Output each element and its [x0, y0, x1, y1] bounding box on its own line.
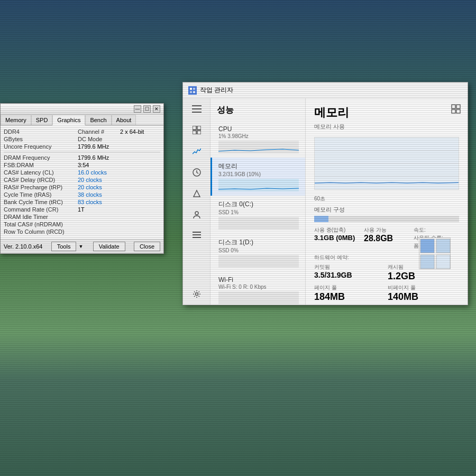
nav-item-memory[interactable]: 메모리 3.2/31.9GB (10%) — [210, 158, 305, 196]
nav-wifi-sub: Wi-Fi S: 0 R: 0 Kbps — [218, 284, 299, 290]
cpuz-dram-freq-value: 1799.6 MHz — [78, 154, 160, 161]
svg-rect-28 — [420, 255, 434, 269]
svg-point-17 — [195, 293, 198, 296]
svg-rect-20 — [452, 109, 455, 113]
svg-rect-3 — [193, 91, 195, 93]
cpuz-footer: Ver. 2.10.0.x64 Tools ▼ Validate Close — [1, 239, 163, 253]
maximize-button[interactable]: ☐ — [143, 105, 151, 113]
cpuz-row-type: DDR4 Channel # 2 x 64-bit — [4, 129, 160, 135]
taskman-detail-panel: 메모리 메모리 사용 60초 메모리 구성 — [306, 98, 468, 305]
cpuz-row-trcd: CAS# Delay (tRCD) 20 clocks — [4, 177, 160, 183]
tab-memory[interactable]: Memory — [1, 115, 31, 125]
stat-in-use: 사용 중(압축) 3.1GB (0MB) — [314, 226, 360, 250]
sidebar-icon-startup[interactable] — [190, 187, 203, 200]
tab-bench[interactable]: Bench — [85, 115, 111, 125]
tab-graphics[interactable]: Graphics — [52, 115, 85, 125]
sidebar-icon-menu[interactable] — [190, 103, 203, 115]
close-button[interactable]: ✕ — [153, 105, 160, 113]
nav-disk0-sub: SSD 1% — [218, 209, 299, 215]
svg-rect-5 — [192, 108, 202, 109]
cpuz-row-cas: CAS# Latency (CL) 16.0 clocks — [4, 169, 160, 176]
taskman-top-right-icon[interactable] — [451, 104, 461, 116]
cpuz-trp-label: RAS# Precharge (tRP) — [4, 184, 78, 190]
stat-paged-pool: 페이지 풀 184MB — [314, 284, 386, 303]
svg-rect-1 — [193, 88, 195, 90]
svg-rect-0 — [190, 88, 192, 90]
svg-rect-8 — [197, 126, 201, 130]
stat-nonpaged-pool: 비페이지 풀 140MB — [388, 284, 459, 303]
tools-button[interactable]: Tools — [51, 242, 77, 251]
cpuz-row-tras: Cycle Time (tRAS) 38 clocks — [4, 191, 160, 198]
cpuz-dcmode-label: DC Mode — [78, 136, 120, 142]
nav-item-cpu[interactable]: CPU 1% 3.98GHz — [210, 121, 305, 158]
svg-rect-9 — [193, 131, 196, 134]
svg-rect-29 — [436, 255, 450, 269]
nav-item-disk0[interactable]: 디스크 0(C:) SSD 1% — [210, 196, 305, 234]
paged-pool-label: 페이지 풀 — [314, 284, 386, 291]
cpuz-trcd-value: 20 clocks — [78, 177, 102, 183]
cpuz-titlebar: — ☐ ✕ — [1, 104, 163, 115]
memory-detail-sub: 메모리 사용 — [314, 123, 459, 131]
cpuz-row-size: GBytes DC Mode — [4, 136, 160, 142]
committed-value: 3.5/31.9GB — [314, 271, 386, 279]
nav-item-disk1[interactable]: 디스크 1(D:) SSD 0% — [210, 234, 305, 272]
cpuz-row-total-cas: Total CAS# (nRDRAM) — [4, 221, 160, 227]
taskman-sidebar — [183, 98, 210, 305]
svg-rect-7 — [193, 126, 196, 130]
cpuz-row-trc: Bank Cycle Time (tRC) 83 clocks — [4, 199, 160, 205]
sidebar-icon-details[interactable] — [190, 230, 203, 242]
sidebar-icon-processes[interactable] — [190, 124, 203, 136]
sidebar-icon-apphistory[interactable] — [190, 166, 203, 179]
nav-disk1-title: 디스크 1(D:) — [218, 238, 299, 247]
stat-in-use-value: 3.1GB (0MB) — [314, 234, 360, 242]
memory-composition-box — [419, 237, 451, 269]
svg-rect-15 — [193, 234, 201, 235]
sidebar-icon-users[interactable] — [190, 208, 203, 221]
close-cpuz-button[interactable]: Close — [134, 242, 160, 251]
stat-available-value: 28.8GB — [364, 234, 409, 243]
dropdown-arrow-icon[interactable]: ▼ — [77, 244, 84, 249]
memory-bar-fill — [314, 216, 328, 222]
taskman-icon — [188, 86, 197, 95]
svg-rect-14 — [193, 232, 201, 233]
cpuz-divider-1 — [4, 152, 160, 152]
cpuz-row-trp: RAS# Precharge (tRP) 20 clocks — [4, 184, 160, 190]
svg-rect-6 — [192, 112, 202, 113]
cpuz-trc-label: Bank Cycle Time (tRC) — [4, 199, 78, 205]
nav-cpu-sub: 1% 3.98GHz — [218, 133, 299, 139]
sidebar-icon-performance[interactable] — [190, 145, 203, 158]
tab-about[interactable]: About — [112, 115, 136, 125]
cpuz-idle-label: DRAM Idle Timer — [4, 214, 78, 220]
tab-spd[interactable]: SPD — [31, 115, 53, 125]
stat-available-label: 사용 가능 — [364, 226, 409, 234]
nav-item-wifi[interactable]: Wi-Fi Wi-Fi S: 0 R: 0 Kbps — [210, 272, 305, 305]
cpuz-cr-value: 1T — [78, 206, 160, 213]
minimize-button[interactable]: — — [134, 105, 141, 113]
memory-graph — [314, 137, 459, 190]
validate-button[interactable]: Validate — [93, 242, 125, 251]
cpuz-row-cr: Command Rate (CR) 1T — [4, 206, 160, 213]
memory-composition-label: 메모리 구성 — [314, 206, 459, 214]
stat-committed: 커밋됨 3.5/31.9GB — [314, 263, 386, 282]
cpuz-row-dram-freq: DRAM Frequency 1799.6 MHz — [4, 154, 160, 161]
cpuz-cr-label: Command Rate (CR) — [4, 206, 78, 213]
cpuz-tras-label: Cycle Time (tRAS) — [4, 191, 78, 198]
cpuz-trcd-label: CAS# Delay (tRCD) — [4, 177, 78, 183]
svg-rect-2 — [190, 91, 192, 93]
taskman-titlebar: 작업 관리자 — [183, 83, 468, 98]
cpuz-row-fsb: FSB:DRAM 3:54 — [4, 162, 160, 168]
nav-memory-sub: 3.2/31.9GB (10%) — [218, 171, 299, 177]
cpuz-channel-value: 2 x 64-bit — [120, 129, 160, 135]
cpuz-fsb-label: FSB:DRAM — [4, 162, 78, 168]
sidebar-icon-settings[interactable] — [190, 288, 203, 300]
cpuz-version: Ver. 2.10.0.x64 — [4, 243, 42, 250]
taskman-body: 성능 CPU 1% 3.98GHz 메모리 3.2/31.9GB (10%) — [183, 98, 468, 305]
cpuz-row-uncore: Uncore Frequency 1799.6 MHz — [4, 143, 160, 150]
taskman-title: 작업 관리자 — [200, 86, 233, 95]
nav-wifi-title: Wi-Fi — [218, 276, 299, 283]
svg-rect-19 — [456, 105, 460, 108]
memory-detail-title: 메모리 — [314, 105, 459, 121]
committed-label: 커밋됨 — [314, 263, 386, 271]
cpuz-row-row-col: Row To Column (tRCD) — [4, 228, 160, 235]
nav-disk0-title: 디스크 0(C:) — [218, 200, 299, 209]
